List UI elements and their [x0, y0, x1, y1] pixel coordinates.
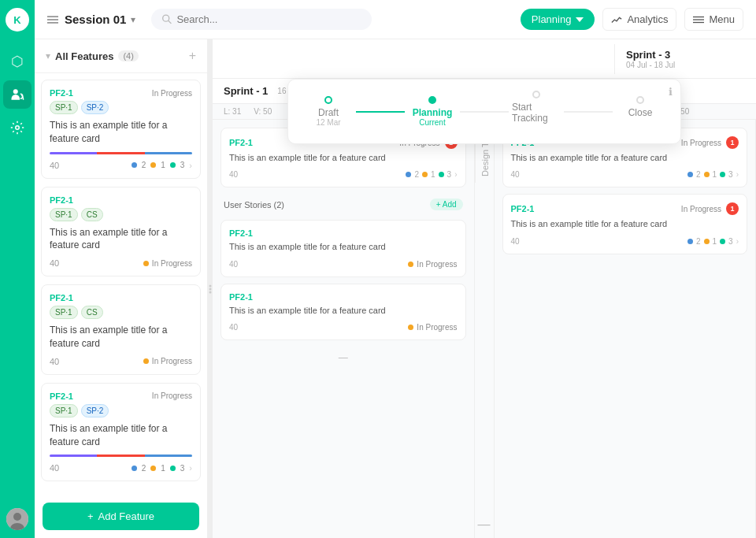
features-list: PF2-1 In Progress SP·1 SP·2 This is an e… — [35, 73, 207, 495]
tag-sp2: SP·2 — [81, 404, 109, 417]
in-progress-status: In Progress — [408, 323, 457, 332]
pipeline-bar: Draft 12 Mar Planning Current Start Tr — [213, 39, 756, 79]
menu-icon — [693, 15, 704, 24]
sprint-card-dots: 2 1 3 › — [406, 170, 457, 179]
tag-cs: CS — [81, 306, 103, 319]
tag-cs: CS — [81, 208, 103, 221]
tag-sp1: SP·1 — [50, 101, 78, 114]
tag-sp1: SP·1 — [50, 208, 78, 221]
menu-button[interactable]: Menu — [684, 8, 743, 31]
feature-num: 40 — [50, 258, 59, 268]
blue-dot — [687, 239, 693, 244]
analytics-button[interactable]: Analytics — [602, 8, 676, 31]
sprint-card-badge: 1 — [726, 202, 739, 215]
tag-sp1: SP·1 — [50, 404, 78, 417]
pipeline-dropdown: Draft 12 Mar Planning Current Start Tr — [287, 79, 681, 144]
pipeline-label-draft: Draft — [318, 107, 339, 118]
design-team-collapse-icon[interactable]: — — [478, 518, 491, 531]
sprint3-header-top: Sprint - 3 04 Jul - 18 Jul — [614, 44, 740, 74]
green-dot — [720, 172, 725, 177]
pipeline-label-planning: Planning — [413, 107, 453, 118]
sprint-card: PF2-1 In Progress 1 This is an example t… — [502, 194, 748, 254]
feature-dots: 2 1 3 › — [132, 161, 192, 170]
sprint-card-title: This is an example title for a feature c… — [229, 152, 458, 164]
in-progress-dot-icon — [408, 262, 413, 267]
sidebar-icon-settings[interactable] — [3, 113, 32, 142]
orange-dot — [150, 162, 156, 168]
sprint-card-id: PF2-1 — [229, 228, 253, 238]
card-chevron-icon[interactable]: › — [189, 463, 192, 473]
planning-button[interactable]: Planning — [521, 9, 595, 30]
sprint-card-chevron-icon[interactable]: › — [736, 170, 739, 179]
sprint-card-id: PF2-1 — [229, 138, 253, 147]
feature-title: This is an example title for a feature c… — [50, 422, 192, 449]
search-bar[interactable] — [151, 9, 372, 30]
user-stories-title: User Stories (2) — [224, 200, 284, 210]
feature-status: In Progress — [152, 391, 192, 400]
pipeline-circle-draft — [324, 96, 332, 104]
svg-point-13 — [209, 284, 212, 287]
svg-point-14 — [209, 288, 212, 290]
feature-num: 40 — [50, 161, 59, 170]
green-dot — [170, 162, 176, 168]
planning-chevron-icon — [576, 16, 584, 24]
sidebar-icon-people[interactable] — [3, 80, 32, 109]
search-input[interactable] — [176, 13, 361, 25]
feature-num: 40 — [50, 357, 59, 366]
orange-dot — [422, 172, 428, 177]
orange-dot — [150, 466, 156, 471]
pipeline-circle-planning — [428, 96, 436, 104]
sprint-card-chevron-icon[interactable]: › — [454, 170, 457, 179]
sidebar-icon-layers[interactable]: ⬡ — [3, 47, 32, 76]
features-header: ▾ All Features (4) + — [35, 39, 207, 73]
sidebar-logo[interactable]: K — [6, 8, 29, 32]
pipeline-step-tracking[interactable]: Start Tracking — [512, 91, 561, 132]
pipeline-step-close[interactable]: Close — [616, 96, 665, 127]
sprint-card-chevron-icon[interactable]: › — [736, 237, 739, 246]
search-icon — [162, 14, 172, 24]
title-chevron-icon[interactable]: ▾ — [131, 14, 135, 25]
pipeline-step-draft[interactable]: Draft 12 Mar — [304, 96, 353, 127]
design-team-column: Design Team — — [475, 120, 495, 538]
sprint-card-status: In Progress — [681, 139, 721, 147]
orange-dot — [704, 172, 710, 177]
hamburger-menu-button[interactable] — [47, 14, 58, 25]
header-actions: Planning Analytics Menu — [521, 8, 743, 31]
session-title: Session 01 — [65, 13, 126, 26]
user-stories-header: User Stories (2) + Add — [220, 194, 466, 215]
green-dot — [720, 239, 725, 244]
svg-point-8 — [163, 15, 169, 21]
pipeline-step-planning[interactable]: Planning Current — [408, 96, 457, 127]
sprint-card-status: In Progress — [681, 205, 721, 213]
pipeline-label-tracking: Start Tracking — [512, 102, 561, 124]
feature-card: PF2-1 In Progress SP·1 SP·2 This is an e… — [41, 383, 201, 482]
add-feature-button[interactable]: + Add Feature — [43, 503, 199, 530]
feature-tags: SP·1 CS — [50, 306, 192, 319]
sprint1-column: PF2-1 In Progress 1 This is an example t… — [213, 120, 475, 538]
sprint-card-dots: 2 1 3 › — [687, 237, 739, 246]
sprint-card-id: PF2-1 — [511, 204, 535, 213]
add-story-button[interactable]: + Add — [430, 199, 463, 210]
svg-point-0 — [13, 89, 18, 94]
content-area: ▾ All Features (4) + PF2-1 In Progress S… — [35, 39, 756, 538]
user-avatar[interactable] — [6, 508, 28, 530]
sprint-columns: PF2-1 In Progress 1 This is an example t… — [213, 120, 756, 538]
pipeline-label-close: Close — [628, 107, 653, 118]
sprint-card-title: This is an example title for a feature c… — [511, 218, 739, 230]
sprint3-name: Sprint - 3 — [626, 49, 729, 61]
pipeline-info-icon[interactable]: ℹ — [669, 86, 673, 98]
pipeline-sub-draft: 12 Mar — [316, 118, 340, 127]
in-progress-status: In Progress — [143, 259, 192, 268]
in-progress-dot-icon — [143, 358, 149, 364]
features-add-icon[interactable]: + — [189, 49, 196, 63]
sprint1-name: Sprint - 1 — [224, 82, 268, 100]
collapse-toggle-icon[interactable]: — — [335, 349, 351, 366]
card-chevron-icon[interactable]: › — [189, 161, 192, 170]
in-progress-dot-icon — [408, 325, 413, 330]
sidebar-bottom — [6, 508, 28, 530]
feature-card: PF2-1 SP·1 CS This is an example title f… — [41, 187, 201, 277]
sprint-card: PF2-1 This is an example title for a fea… — [220, 284, 466, 340]
features-collapse-icon[interactable]: ▾ — [46, 50, 50, 61]
header: Session 01 ▾ Planning Analytics Menu — [35, 0, 756, 39]
orange-dot — [704, 239, 710, 244]
